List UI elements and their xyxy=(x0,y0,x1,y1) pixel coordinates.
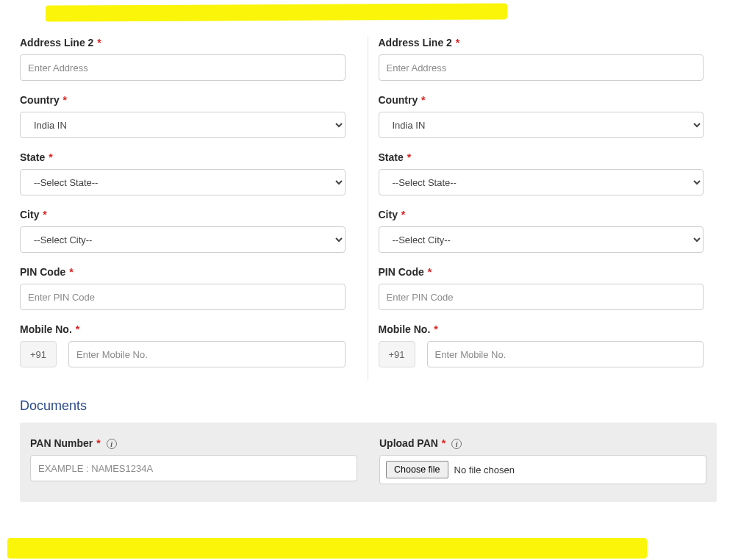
field-city-right: City * --Select City-- xyxy=(379,209,704,253)
documents-section-title: Documents xyxy=(20,398,717,414)
pin-input-right[interactable] xyxy=(379,284,704,310)
field-country-right: Country * India IN xyxy=(379,94,704,138)
required-star: * xyxy=(43,209,46,220)
field-address-line-2-right: Address Line 2 * xyxy=(379,37,704,81)
documents-box: PAN Number * i Upload PAN * i Choose fil… xyxy=(20,423,717,502)
required-star: * xyxy=(428,266,432,278)
address-columns: Address Line 2 * Country * India IN Stat… xyxy=(20,37,717,381)
city-select-left[interactable]: --Select City-- xyxy=(20,226,346,253)
field-mobile-left: Mobile No. * +91 xyxy=(20,323,346,367)
address-line-2-input-right[interactable] xyxy=(379,54,704,81)
left-column: Address Line 2 * Country * India IN Stat… xyxy=(20,37,368,381)
field-address-line-2-left: Address Line 2 * xyxy=(20,37,346,81)
address-line-2-input-left[interactable] xyxy=(20,54,346,81)
label-country-left: Country * xyxy=(20,94,346,106)
label-address-line-2-left: Address Line 2 * xyxy=(20,37,346,49)
label-upload-pan: Upload PAN * i xyxy=(379,437,706,449)
required-star: * xyxy=(401,209,405,220)
state-select-left[interactable]: --Select State-- xyxy=(20,169,346,195)
required-star: * xyxy=(49,151,52,163)
upload-pan-field: Upload PAN * i Choose file No file chose… xyxy=(379,437,706,484)
field-city-left: City * --Select City-- xyxy=(20,209,346,253)
file-input-wrapper[interactable]: Choose file No file chosen xyxy=(379,455,706,484)
label-city-left: City * xyxy=(20,209,346,220)
field-pin-right: PIN Code * xyxy=(379,266,704,310)
label-state-right: State * xyxy=(379,151,704,163)
required-star: * xyxy=(76,323,79,335)
country-select-left[interactable]: India IN xyxy=(20,112,346,138)
label-pin-left: PIN Code * xyxy=(20,266,346,278)
label-mobile-left: Mobile No. * xyxy=(20,323,346,335)
pan-number-field: PAN Number * i xyxy=(30,437,357,484)
mobile-input-right[interactable] xyxy=(427,341,704,367)
field-mobile-right: Mobile No. * +91 xyxy=(379,323,704,367)
state-select-right[interactable]: --Select State-- xyxy=(379,169,704,195)
required-star: * xyxy=(96,437,100,449)
label-mobile-right: Mobile No. * xyxy=(379,323,704,335)
required-star: * xyxy=(69,266,73,278)
label-state-left: State * xyxy=(20,151,346,163)
city-select-right[interactable]: --Select City-- xyxy=(379,226,704,253)
highlight-marker-bottom xyxy=(7,538,647,559)
required-star: * xyxy=(407,151,411,163)
mobile-prefix-right: +91 xyxy=(379,341,415,367)
label-pin-right: PIN Code * xyxy=(379,266,704,278)
field-state-right: State * --Select State-- xyxy=(379,151,704,195)
mobile-input-left[interactable] xyxy=(68,341,346,367)
choose-file-button[interactable]: Choose file xyxy=(386,461,448,478)
pan-number-input[interactable] xyxy=(30,455,357,481)
required-star: * xyxy=(421,94,425,106)
info-icon[interactable]: i xyxy=(107,439,117,449)
country-select-right[interactable]: India IN xyxy=(379,112,704,138)
pin-input-left[interactable] xyxy=(20,284,346,310)
field-state-left: State * --Select State-- xyxy=(20,151,346,195)
info-icon[interactable]: i xyxy=(451,439,462,449)
label-city-right: City * xyxy=(379,209,704,220)
label-pan-number: PAN Number * i xyxy=(30,437,357,449)
right-column: Address Line 2 * Country * India IN Stat… xyxy=(368,37,718,381)
field-pin-left: PIN Code * xyxy=(20,266,346,310)
form-page: Address Line 2 * Country * India IN Stat… xyxy=(0,0,730,560)
required-star: * xyxy=(456,37,459,49)
label-country-right: Country * xyxy=(379,94,704,106)
required-star: * xyxy=(63,94,67,106)
no-file-chosen-text: No file chosen xyxy=(454,464,515,475)
field-country-left: Country * India IN xyxy=(20,94,346,138)
required-star: * xyxy=(97,37,101,49)
label-address-line-2-right: Address Line 2 * xyxy=(379,37,704,49)
required-star: * xyxy=(442,437,445,449)
mobile-prefix-left: +91 xyxy=(20,341,57,367)
required-star: * xyxy=(434,323,437,335)
